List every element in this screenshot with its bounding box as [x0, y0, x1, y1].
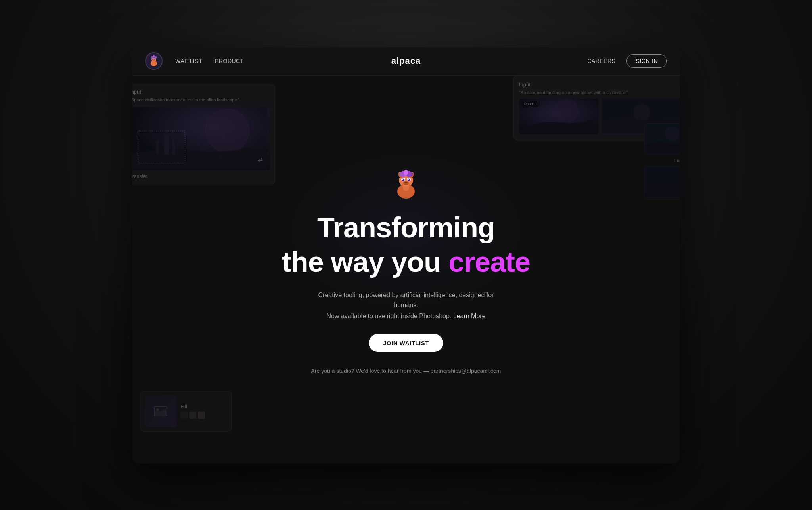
svg-point-19	[556, 99, 578, 122]
browser-window: WAITLIST PRODUCT alpaca CAREERS SIGN IN …	[132, 47, 680, 463]
hero-subtitle-line1: Creative tooling, powered by artificial …	[315, 290, 497, 310]
nav-careers[interactable]: CAREERS	[587, 58, 615, 64]
outer-background: WAITLIST PRODUCT alpaca CAREERS SIGN IN …	[0, 0, 812, 510]
svg-point-23	[665, 126, 679, 141]
option-badge: Option 1	[521, 101, 540, 107]
mockup-left-image: ⇄	[132, 107, 270, 170]
mockup-selection-box	[138, 131, 185, 162]
nav-waitlist[interactable]: WAITLIST	[175, 58, 202, 64]
svg-point-44	[403, 181, 409, 185]
mockup-left-transfer-label: Transfer	[132, 174, 270, 179]
mockup-images-grid: Option 1	[519, 99, 680, 134]
svg-point-46	[406, 182, 408, 183]
learn-more-link[interactable]: Learn More	[453, 313, 486, 319]
mockup-image-1: Option 1	[519, 99, 599, 134]
nav-product[interactable]: PRODUCT	[215, 58, 244, 64]
svg-point-43	[408, 179, 409, 180]
mockup-left: Input "Space civilization monument cut i…	[132, 84, 275, 184]
mockup-bottom-left: Fill	[140, 391, 232, 432]
logo-icon[interactable]	[145, 52, 163, 70]
hero-title-line1: Transforming	[317, 212, 495, 243]
svg-point-35	[404, 170, 408, 175]
hero-content: Transforming the way you create Creative…	[282, 164, 530, 374]
svg-point-21	[633, 104, 651, 121]
svg-rect-18	[519, 99, 599, 134]
mockup-image-2	[602, 99, 680, 134]
brand-name: alpaca	[391, 56, 421, 66]
color-swatches	[180, 412, 205, 419]
imagine-label: Imagine	[674, 158, 680, 163]
svg-rect-16	[154, 407, 167, 416]
hero-section: Input "Space civilization monument cut i…	[132, 76, 680, 463]
mockup-right-input-text: "An astronaut landing on a new planet wi…	[519, 90, 680, 95]
hero-subtitle-line2: Now available to use right inside Photos…	[326, 313, 485, 320]
mockup-left-input-label: Input	[132, 89, 270, 95]
nav-left: WAITLIST PRODUCT	[145, 52, 244, 70]
svg-point-10	[153, 55, 155, 57]
mockup-right: Input "An astronaut landing on a new pla…	[513, 76, 680, 145]
hero-title-highlight: create	[448, 246, 530, 278]
mockup-left-input-text: "Space civilization monument cut in the …	[132, 97, 270, 103]
svg-point-4	[152, 59, 153, 60]
nav-right: CAREERS SIGN IN	[587, 54, 667, 68]
svg-point-6	[153, 60, 155, 61]
mockup-right-input-label: Input	[519, 82, 680, 88]
hero-title-line2-text: the way you	[282, 246, 448, 278]
svg-point-12	[206, 109, 249, 153]
nav-center: alpaca	[391, 56, 421, 66]
svg-rect-14	[172, 139, 175, 155]
join-waitlist-button[interactable]: JOIN WAITLIST	[369, 334, 443, 352]
alpaca-mascot	[388, 164, 424, 200]
svg-rect-20	[602, 99, 680, 134]
sign-in-button[interactable]: SIGN IN	[626, 54, 667, 68]
svg-rect-22	[644, 124, 680, 155]
hero-title-line2: the way you create	[282, 246, 530, 278]
partnership-text: Are you a studio? We'd love to hear from…	[311, 368, 501, 374]
svg-point-17	[156, 408, 159, 411]
mockup-fill-image	[145, 395, 176, 427]
hero-subtitle-line2-text: Now available to use right inside Photos…	[326, 313, 451, 319]
svg-rect-15	[156, 141, 159, 155]
mockup-fill-label: Fill	[180, 403, 205, 409]
transfer-icon: ⇄	[258, 156, 263, 163]
svg-rect-24	[644, 166, 680, 198]
svg-rect-13	[164, 135, 169, 155]
svg-point-5	[154, 59, 155, 60]
svg-rect-11	[132, 107, 267, 170]
navbar: WAITLIST PRODUCT alpaca CAREERS SIGN IN	[132, 47, 680, 76]
svg-point-42	[402, 179, 403, 180]
